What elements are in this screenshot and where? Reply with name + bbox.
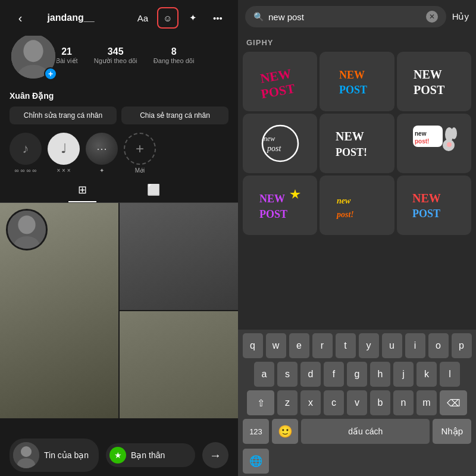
key-v[interactable]: v bbox=[347, 390, 367, 415]
key-y[interactable]: y bbox=[359, 333, 379, 358]
svg-text:POST!: POST! bbox=[336, 146, 367, 158]
grid-tab-photos[interactable]: ⊞ bbox=[68, 178, 96, 202]
tin-cua-ban-item[interactable]: Tin của bạn bbox=[10, 439, 99, 472]
right-panel: 🔍 ✕ Hủy GIPHY NEW POST NEW POST NEW bbox=[238, 0, 476, 476]
keyboard-row-1: q w e r t y u i o p bbox=[240, 333, 474, 358]
key-h[interactable]: h bbox=[370, 362, 390, 387]
space-key[interactable]: dấu cách bbox=[301, 419, 430, 444]
svg-text:new: new bbox=[415, 130, 427, 137]
key-p[interactable]: p bbox=[452, 333, 472, 358]
svg-point-15 bbox=[262, 126, 298, 161]
sticker-2[interactable]: NEW POST bbox=[320, 52, 394, 111]
key-j[interactable]: j bbox=[393, 362, 414, 387]
sticker-9[interactable]: NEW POST bbox=[397, 176, 471, 235]
add-story-badge[interactable]: + bbox=[44, 67, 57, 80]
key-c[interactable]: c bbox=[324, 390, 344, 415]
globe-key[interactable]: 🌐 bbox=[243, 449, 269, 474]
svg-text:post!: post! bbox=[415, 138, 429, 145]
sparkle-tool-button[interactable]: ✦ bbox=[182, 7, 203, 29]
key-d[interactable]: d bbox=[300, 362, 321, 387]
highlight-1[interactable]: ♪ ∞ ∞ ∞ ∞ bbox=[10, 133, 42, 174]
giphy-label: GIPHY bbox=[238, 33, 476, 49]
svg-text:NEW: NEW bbox=[259, 193, 285, 205]
next-button[interactable]: → bbox=[202, 442, 228, 468]
key-a[interactable]: a bbox=[254, 362, 274, 387]
svg-point-4 bbox=[18, 215, 35, 234]
bottom-bar: Tin của bạn ★ Bạn thân → bbox=[0, 434, 238, 476]
svg-marker-28 bbox=[290, 189, 300, 199]
key-k[interactable]: k bbox=[416, 362, 437, 387]
keyboard-row-2: a s d f g h j k l bbox=[240, 362, 474, 387]
cancel-button[interactable]: Hủy bbox=[452, 11, 469, 22]
following-stat: 8 Đang theo dõi bbox=[154, 46, 195, 65]
green-star-icon: ★ bbox=[109, 447, 126, 464]
key-e[interactable]: e bbox=[289, 333, 309, 358]
ban-than-item[interactable]: ★ Bạn thân bbox=[106, 443, 195, 467]
profile-circle-overlay bbox=[6, 209, 48, 250]
clear-search-button[interactable]: ✕ bbox=[426, 11, 438, 23]
aa-tool-button[interactable]: Aa bbox=[132, 7, 154, 29]
left-header: ‹ jandang__ Aa ☺ ✦ ••• bbox=[0, 0, 238, 36]
sticker-4[interactable]: new post bbox=[243, 114, 317, 173]
key-q[interactable]: q bbox=[243, 333, 263, 358]
return-key[interactable]: Nhập bbox=[433, 419, 471, 444]
grid-cell-1 bbox=[0, 203, 118, 418]
svg-point-26 bbox=[447, 142, 452, 147]
photo-grid bbox=[0, 203, 238, 419]
key-g[interactable]: g bbox=[347, 362, 367, 387]
svg-text:new: new bbox=[264, 134, 275, 143]
highlight-circle-1: ♪ bbox=[10, 133, 42, 165]
emoji-key[interactable]: 🙂 bbox=[272, 419, 298, 444]
key-l[interactable]: l bbox=[440, 362, 460, 387]
sticker-6[interactable]: new post! bbox=[397, 114, 471, 173]
key-f[interactable]: f bbox=[324, 362, 344, 387]
highlight-2[interactable]: ♩ × × × bbox=[48, 133, 80, 174]
more-tool-button[interactable]: ••• bbox=[207, 7, 228, 29]
keyboard-bottom-row: 123 🙂 dấu cách Nhập bbox=[240, 419, 474, 444]
edit-profile-button[interactable]: Chỉnh sửa trang cá nhân bbox=[10, 107, 117, 124]
key-m[interactable]: m bbox=[416, 390, 437, 415]
shift-key[interactable]: ⇧ bbox=[247, 390, 274, 415]
key-w[interactable]: w bbox=[266, 333, 286, 358]
search-input-wrap: 🔍 ✕ bbox=[245, 6, 446, 27]
grid-cell-3 bbox=[120, 311, 238, 418]
svg-text:POST: POST bbox=[414, 83, 445, 96]
grid-cell-2 bbox=[120, 203, 238, 310]
delete-key[interactable]: ⌫ bbox=[440, 390, 467, 415]
key-z[interactable]: z bbox=[277, 390, 298, 415]
search-input[interactable] bbox=[268, 12, 421, 22]
highlight-3[interactable]: ⋯ ✦ bbox=[86, 133, 118, 174]
key-s[interactable]: s bbox=[277, 362, 298, 387]
search-bar: 🔍 ✕ Hủy bbox=[238, 0, 476, 33]
profile-name: Xuân Đặng bbox=[10, 91, 228, 101]
sticker-5[interactable]: NEW POST! bbox=[320, 114, 394, 173]
key-t[interactable]: t bbox=[336, 333, 356, 358]
sticker-3[interactable]: NEW POST bbox=[397, 52, 471, 111]
key-r[interactable]: r bbox=[312, 333, 333, 358]
sticker-7[interactable]: NEW POST bbox=[243, 176, 317, 235]
key-o[interactable]: o bbox=[428, 333, 449, 358]
key-b[interactable]: b bbox=[370, 390, 390, 415]
key-i[interactable]: i bbox=[405, 333, 425, 358]
posts-stat: 21 Bài viết bbox=[56, 46, 78, 65]
sticker-8[interactable]: new post! bbox=[320, 176, 394, 235]
highlights-row: ♪ ∞ ∞ ∞ ∞ ♩ × × × ⋯ ✦ + Mới bbox=[0, 128, 238, 178]
key-u[interactable]: u bbox=[382, 333, 402, 358]
highlight-new[interactable]: + Mới bbox=[124, 133, 156, 174]
share-profile-button[interactable]: Chia sẻ trang cá nhân bbox=[121, 107, 228, 124]
sticker-1[interactable]: NEW POST bbox=[243, 52, 317, 111]
key-x[interactable]: x bbox=[300, 390, 321, 415]
left-panel: ‹ jandang__ Aa ☺ ✦ ••• + bbox=[0, 0, 238, 476]
sticker-tool-button[interactable]: ☺ bbox=[157, 7, 178, 29]
key-n[interactable]: n bbox=[393, 390, 414, 415]
svg-text:POST: POST bbox=[412, 208, 440, 220]
highlight-circle-2: ♩ bbox=[48, 133, 80, 165]
grid-tab-tagged[interactable]: ⬜ bbox=[137, 178, 170, 202]
svg-text:NEW: NEW bbox=[336, 130, 364, 143]
keyboard: q w e r t y u i o p a s d f g h j k l ⇧ … bbox=[238, 330, 476, 476]
friend-avatar bbox=[13, 442, 39, 468]
num-key[interactable]: 123 bbox=[243, 419, 269, 444]
sticker-grid: NEW POST NEW POST NEW POST new post bbox=[238, 49, 476, 237]
svg-text:POST: POST bbox=[339, 84, 367, 96]
svg-text:new: new bbox=[337, 196, 351, 205]
